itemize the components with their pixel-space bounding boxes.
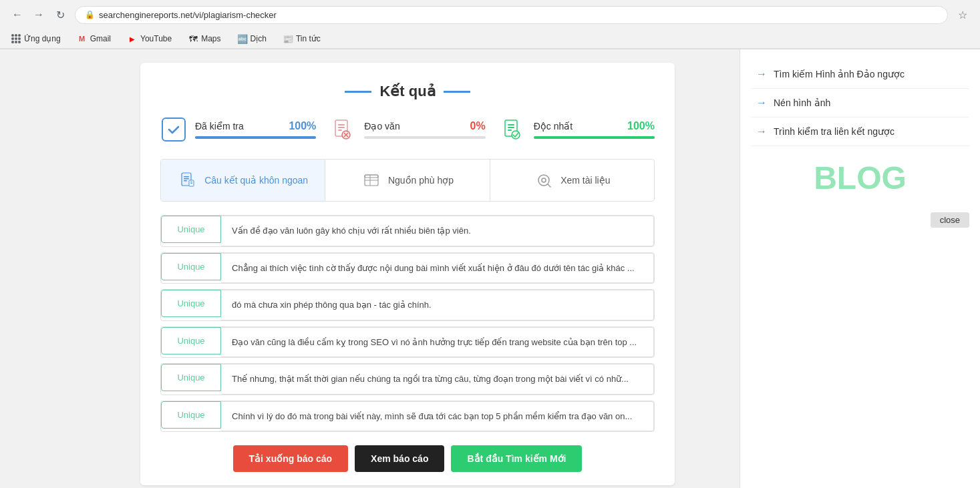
- result-text: Thế nhưng, thật mất thời gian nếu chúng …: [221, 364, 654, 395]
- svg-rect-15: [184, 180, 187, 182]
- view-report-button[interactable]: Xem báo cáo: [355, 445, 444, 472]
- result-text: Vấn đề đạo văn luôn gây khó chịu với rất…: [221, 216, 654, 246]
- refresh-button[interactable]: ↻: [51, 5, 69, 24]
- address-bar[interactable]: 🔒 searchenginereports.net/vi/plagiarism-…: [75, 6, 948, 24]
- unique-badge: Unique: [161, 364, 221, 391]
- sidebar-link-backlink-check[interactable]: → Trình kiểm tra liên kết ngược: [751, 117, 969, 146]
- bookmark-maps-label: Maps: [201, 34, 220, 43]
- result-row: Unique Vấn đề đạo văn luôn gây khó chịu …: [160, 215, 655, 247]
- stat-checked-percent: 100%: [289, 120, 316, 132]
- svg-rect-17: [190, 182, 192, 182]
- left-space: [0, 49, 127, 488]
- stat-checked-bar-fill: [195, 136, 316, 139]
- bookmark-apps-label: Ứng dụng: [24, 34, 61, 43]
- tab-view-doc[interactable]: Xem tài liệu: [490, 160, 654, 201]
- close-container: close: [751, 202, 969, 228]
- news-icon: 📰: [283, 33, 293, 44]
- bookmark-youtube-label: YouTube: [140, 34, 172, 43]
- stat-unique-percent: 100%: [627, 120, 655, 132]
- bookmark-apps[interactable]: Ứng dụng: [8, 32, 63, 45]
- svg-rect-14: [184, 178, 189, 180]
- result-row: Unique Đạo văn cũng là điều cấm kỵ trong…: [160, 326, 655, 358]
- tab-smart-icon: [178, 170, 198, 190]
- sidebar-link-reverse-image[interactable]: → Tìm kiếm Hình ảnh Đảo ngược: [751, 60, 969, 89]
- tab-view-icon: [534, 170, 554, 190]
- new-search-button[interactable]: Bắt đầu Tìm kiếm Mới: [451, 445, 582, 472]
- translate-icon: 🔤: [237, 33, 248, 44]
- right-sidebar: → Tìm kiếm Hình ảnh Đảo ngược → Nén hình…: [740, 49, 980, 488]
- bookmark-maps[interactable]: 🗺 Maps: [185, 32, 223, 45]
- stat-checked-header: Đã kiểm tra 100%: [195, 120, 316, 132]
- svg-rect-13: [184, 176, 189, 178]
- arrow-icon-1: →: [756, 68, 767, 80]
- apps-icon: [11, 33, 21, 44]
- blog-watermark: BLOG: [751, 160, 969, 196]
- svg-rect-8: [508, 124, 514, 126]
- sidebar-link-reverse-image-label: Tìm kiếm Hình ảnh Đảo ngược: [774, 69, 905, 79]
- result-text: Chính vì lý do đó mà trong bài viết này,…: [221, 401, 654, 432]
- bookmark-star-button[interactable]: ☆: [953, 5, 972, 24]
- stat-unique-info: Độc nhất 100%: [534, 120, 655, 139]
- sidebar-link-compress-image-label: Nén hình ảnh: [774, 97, 830, 108]
- maps-icon: 🗺: [188, 33, 198, 44]
- tab-view-label: Xem tài liệu: [560, 175, 610, 186]
- stat-plagiarism-percent: 0%: [470, 120, 486, 132]
- browser-toolbar: ← → ↻ 🔒 searchenginereports.net/vi/plagi…: [0, 0, 980, 29]
- stat-checked: Đã kiểm tra 100%: [160, 116, 316, 143]
- stat-plagiarism: Đạo văn 0%: [329, 116, 485, 143]
- svg-rect-9: [508, 127, 514, 128]
- check-icon: [160, 116, 187, 143]
- svg-rect-20: [365, 175, 378, 178]
- forward-button[interactable]: →: [29, 5, 48, 24]
- back-button[interactable]: ←: [8, 5, 27, 24]
- title-line-right: [444, 91, 470, 93]
- bookmark-youtube[interactable]: ▶ YouTube: [124, 32, 174, 45]
- arrow-icon-2: →: [756, 97, 767, 109]
- unique-badge: Unique: [161, 216, 221, 243]
- result-row: Unique Thế nhưng, thật mất thời gian nếu…: [160, 363, 655, 395]
- youtube-icon: ▶: [127, 33, 138, 44]
- stat-plagiarism-header: Đạo văn 0%: [364, 120, 485, 132]
- sidebar-link-backlink-check-label: Trình kiểm tra liên kết ngược: [774, 126, 894, 137]
- tabs-row: Câu kết quả khôn ngoan Nguồn phù hợp: [160, 159, 655, 202]
- download-report-button[interactable]: Tải xuống báo cáo: [233, 445, 349, 472]
- bookmark-tintuc[interactable]: 📰 Tin tức: [280, 32, 323, 45]
- stat-unique: Độc nhất 100%: [499, 116, 655, 143]
- svg-rect-18: [190, 183, 192, 184]
- page-title: Kết quả: [379, 83, 435, 100]
- result-row: Unique Chẳng ai thích việc tình cờ thấy …: [160, 252, 655, 284]
- url-text: searchenginereports.net/vi/plagiarism-ch…: [99, 10, 277, 20]
- stat-unique-bar-fill: [534, 136, 655, 139]
- bookmarks-bar: Ứng dụng M Gmail ▶ YouTube 🗺 Maps 🔤 Dịch…: [0, 29, 980, 49]
- nav-buttons: ← → ↻: [8, 5, 69, 24]
- main-content: Kết quả Đã kiểm t: [127, 49, 740, 488]
- tab-sources[interactable]: Nguồn phù hợp: [325, 160, 490, 201]
- gmail-icon: M: [77, 33, 88, 44]
- unique-badge: Unique: [161, 290, 221, 317]
- stat-plagiarism-bar-bg: [364, 136, 485, 139]
- browser-chrome: ← → ↻ 🔒 searchenginereports.net/vi/plagi…: [0, 0, 980, 49]
- bookmark-dich[interactable]: 🔤 Dịch: [234, 32, 269, 45]
- unique-badge: Unique: [161, 253, 221, 280]
- result-text: đó mà chưa xin phép thông qua bạn - tác …: [221, 290, 654, 320]
- result-row: Unique đó mà chưa xin phép thông qua bạn…: [160, 289, 655, 321]
- bookmark-dich-label: Dịch: [251, 34, 267, 43]
- close-button[interactable]: close: [931, 212, 969, 228]
- svg-rect-10: [508, 130, 512, 131]
- svg-line-25: [548, 184, 550, 187]
- stat-checked-info: Đã kiểm tra 100%: [195, 120, 316, 139]
- sidebar-link-compress-image[interactable]: → Nén hình ảnh: [751, 89, 969, 117]
- stat-unique-label: Độc nhất: [534, 121, 573, 132]
- stat-checked-bar-bg: [195, 136, 316, 139]
- bookmark-gmail[interactable]: M Gmail: [74, 32, 114, 45]
- stat-plagiarism-info: Đạo văn 0%: [364, 120, 485, 139]
- svg-point-24: [542, 178, 546, 182]
- tab-smart-results[interactable]: Câu kết quả khôn ngoan: [161, 160, 325, 201]
- title-line-left: [345, 91, 371, 93]
- unique-badge: Unique: [161, 401, 221, 429]
- checked-icon-box: [162, 117, 186, 142]
- result-text: Chẳng ai thích việc tình cờ thấy được nộ…: [221, 253, 654, 284]
- action-buttons: Tải xuống báo cáo Xem báo cáo Bắt đầu Tì…: [160, 445, 655, 472]
- stat-checked-label: Đã kiểm tra: [195, 121, 244, 132]
- stat-unique-header: Độc nhất 100%: [534, 120, 655, 132]
